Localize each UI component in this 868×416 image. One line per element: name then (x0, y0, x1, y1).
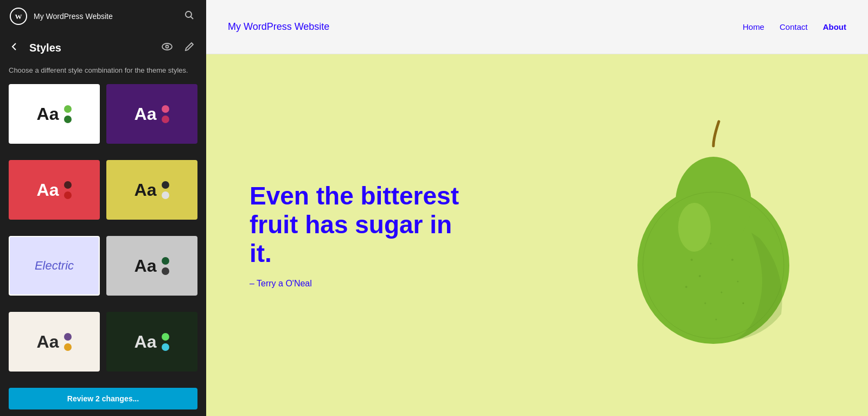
search-button[interactable] (181, 7, 197, 26)
card-4-label: Aa (135, 180, 157, 200)
styles-description: Choose a different style combination for… (0, 63, 206, 84)
preview-header: My WordPress Website Home Contact About (206, 0, 868, 54)
svg-text:W: W (15, 12, 22, 21)
preview-area: My WordPress Website Home Contact About … (206, 0, 868, 416)
card-6-dot-1 (162, 257, 169, 265)
card-1-dot-2 (64, 116, 72, 123)
svg-point-17 (685, 286, 687, 288)
review-changes-button[interactable]: Review 2 changes... (9, 388, 197, 409)
card-7-dot-2 (64, 343, 72, 351)
card-4-dots (162, 181, 169, 199)
style-card-5[interactable]: Electric (9, 236, 100, 296)
svg-point-12 (731, 259, 733, 261)
card-4-dot-2 (162, 191, 169, 199)
svg-point-5 (166, 46, 169, 48)
review-bar: Review 2 changes... (0, 381, 206, 416)
svg-point-15 (691, 259, 693, 261)
nav-about[interactable]: About (823, 22, 846, 31)
card-8-dot-2 (162, 343, 169, 351)
card-2-dot-2 (162, 116, 169, 123)
card-7-label: Aa (37, 332, 59, 352)
nav-home[interactable]: Home (743, 22, 764, 31)
card-6-label: Aa (135, 256, 157, 276)
svg-point-9 (678, 203, 711, 252)
svg-point-11 (721, 291, 723, 293)
style-card-6[interactable]: Aa (106, 236, 197, 296)
card-3-dot-2 (64, 191, 72, 199)
card-8-dots (162, 333, 169, 351)
svg-point-14 (737, 280, 739, 282)
card-8-dot-1 (162, 333, 169, 341)
style-card-1[interactable]: Aa (9, 84, 100, 144)
svg-point-10 (699, 275, 701, 277)
pear-illustration (597, 111, 825, 360)
svg-point-16 (716, 318, 717, 320)
nav-contact[interactable]: Contact (780, 22, 808, 31)
card-2-label: Aa (135, 104, 157, 124)
styles-title: Styles (29, 42, 153, 54)
card-6-dots (162, 257, 169, 275)
hero-quote: Even the bitterest fruit has sugar in it… (250, 182, 477, 268)
svg-point-4 (162, 43, 172, 50)
sidebar: W My WordPress Website Styles (0, 0, 206, 416)
card-3-dots (64, 181, 72, 199)
style-card-8[interactable]: Aa (106, 312, 197, 372)
preview-site-title[interactable]: My WordPress Website (228, 21, 329, 33)
pear-svg (608, 119, 814, 352)
style-card-4[interactable]: Aa (106, 160, 197, 220)
wp-logo: W (9, 7, 28, 26)
site-title-topbar: My WordPress Website (34, 12, 181, 21)
preview-nav: Home Contact About (743, 22, 846, 31)
style-card-3[interactable]: Aa (9, 160, 100, 220)
styles-header: Styles (0, 33, 206, 63)
svg-point-2 (186, 11, 192, 17)
hero-attribution: – Terry a O'Neal (250, 279, 477, 289)
svg-point-18 (743, 302, 744, 304)
card-1-dots (64, 105, 72, 123)
card-4-dot-1 (162, 181, 169, 189)
preview-hero: Even the bitterest fruit has sugar in it… (206, 54, 868, 416)
svg-line-3 (191, 16, 194, 19)
svg-point-19 (710, 242, 712, 244)
edit-icon-button[interactable] (181, 40, 197, 56)
card-7-dots (64, 333, 72, 351)
card-1-label: Aa (37, 104, 59, 124)
topbar: W My WordPress Website (0, 0, 206, 33)
card-7-dot-1 (64, 333, 72, 341)
card-1-dot-1 (64, 105, 72, 113)
card-2-dots (162, 105, 169, 123)
style-card-7[interactable]: Aa (9, 312, 100, 372)
card-5-label: Electric (35, 259, 74, 273)
card-3-dot-1 (64, 181, 72, 189)
svg-point-13 (705, 302, 706, 304)
style-card-2[interactable]: Aa (106, 84, 197, 144)
card-8-label: Aa (135, 332, 157, 352)
card-3-label: Aa (37, 180, 59, 200)
card-2-dot-1 (162, 105, 169, 113)
back-button[interactable] (9, 39, 24, 57)
card-6-dot-2 (162, 267, 169, 275)
style-cards-grid: Aa Aa Aa (0, 84, 206, 381)
preview-icon-button[interactable] (158, 39, 176, 57)
hero-text: Even the bitterest fruit has sugar in it… (250, 182, 477, 289)
